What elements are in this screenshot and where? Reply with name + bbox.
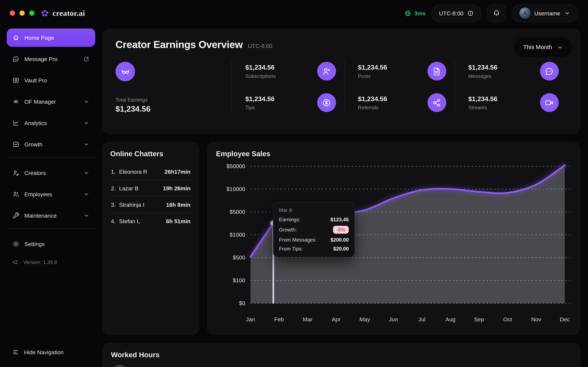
main-content: Creator Earnings Overview UTC-8:00 This … <box>102 26 588 367</box>
tooltip-row: From Messages:$200.00 <box>279 237 349 243</box>
sidebar-item-maintenance[interactable]: Maintenance <box>7 206 95 225</box>
collapse-icon <box>12 349 19 356</box>
latency-indicator: 3ms <box>404 9 425 17</box>
bell-icon <box>493 9 500 17</box>
tooltip-label: From Messages: <box>279 237 317 243</box>
employees-icon <box>12 191 19 198</box>
stat-subscriptions: $1,234.56Subscriptions <box>245 62 336 81</box>
home-icon <box>12 34 19 41</box>
sidebar-item-settings[interactable]: Settings <box>7 235 95 253</box>
maintenance-icon <box>12 212 19 219</box>
x-tick-label: Mar <box>303 316 312 323</box>
employee-sales-title: Employee Sales <box>216 150 571 158</box>
window-controls <box>10 10 35 16</box>
notifications-button[interactable] <box>487 4 506 23</box>
sidebar-item-growth[interactable]: Growth <box>7 135 95 154</box>
stat-text: $1,234.56Posts <box>358 64 387 79</box>
employee-sales-chart: $0$100$500$1000$5000$10000$50000JanFebMa… <box>216 160 571 325</box>
stat-value: $1,234.56 <box>245 64 276 71</box>
brand: creator.ai <box>41 8 85 18</box>
sidebar-item-label: Message Pro <box>24 56 57 62</box>
sidebar-item-message-pro[interactable]: Message Pro <box>7 50 95 68</box>
sidebar-item-label: Maintenance <box>24 212 57 219</box>
stat-value: $1,234.56 <box>468 64 497 71</box>
chat-bubble-icon <box>540 62 559 81</box>
stat-column: $1,234.56Posts$1,234.56Referrals <box>344 59 454 114</box>
sidebar-item-of-manager[interactable]: OF Manager <box>7 92 95 111</box>
close-button[interactable] <box>10 10 15 16</box>
money-glasses-icon <box>116 62 135 81</box>
timezone-value: UTC-8:00 <box>439 10 463 16</box>
tooltip-row: From Tips:$20.00 <box>279 246 349 252</box>
total-earnings-label: Total Earnings <box>116 97 223 103</box>
chevron-down-icon <box>564 10 571 16</box>
chevron-down-icon <box>83 120 90 126</box>
stat-value: $1,234.56 <box>245 95 275 103</box>
tooltip-date: Mar 8 <box>279 208 349 213</box>
chatter-name: 3.Strahinja I <box>111 201 144 208</box>
stat-label: Referrals <box>358 105 387 110</box>
sidebar-item-home-page[interactable]: Home Page <box>7 28 95 47</box>
stat-label: Streams <box>468 105 497 110</box>
stat-label: Posts <box>358 73 387 79</box>
chatter-row: 1.Eleonora R26h17min <box>110 164 191 180</box>
chatter-row: 4.Stefan L6h 51min <box>110 213 191 229</box>
hide-navigation-label: Hide Navigation <box>24 349 64 355</box>
stat-tips: $1,234.56Tips <box>245 93 336 112</box>
period-selector[interactable]: This Month <box>514 38 572 57</box>
topbar: creator.ai 3ms UTC-8:00 Username <box>0 0 588 26</box>
chevron-down-icon <box>83 141 90 148</box>
sidebar-item-vault-pro[interactable]: Vault Pro <box>7 71 95 89</box>
chatter-time: 6h 51min <box>166 218 190 224</box>
earnings-overview-card: Creator Earnings Overview UTC-8:00 This … <box>102 28 580 134</box>
stats-grid: Total Earnings$1,234.56$1,234.56Subscrip… <box>116 59 567 114</box>
stat-column: $1,234.56Subscriptions$1,234.56Tips <box>232 59 344 114</box>
flower-logo-icon <box>41 9 49 17</box>
dollar-circle-icon <box>317 93 336 112</box>
latency-value: 3ms <box>414 10 426 16</box>
worked-hours-title: Worked Hours <box>111 351 571 359</box>
chart-tooltip: Mar 8Earnings:$123,45Growth:-5%From Mess… <box>273 202 355 257</box>
stat-text: $1,234.56Subscriptions <box>245 64 276 79</box>
tooltip-row: Growth:-5% <box>279 226 349 234</box>
tooltip-value: $20.00 <box>333 246 349 252</box>
y-tick-label: $500 <box>233 254 245 261</box>
tooltip-value: $123,45 <box>330 217 349 222</box>
chatter-name: 1.Eleonora R <box>111 168 147 175</box>
tooltip-label: From Tips: <box>279 246 303 252</box>
stat-label: Tips <box>245 105 275 110</box>
stat-value: $1,234.56 <box>468 95 497 103</box>
sidebar-item-label: Creators <box>24 170 46 176</box>
stat-referrals: $1,234.56Referrals <box>358 93 446 112</box>
x-tick-label: May <box>359 316 370 323</box>
sidebar-item-label: Vault Pro <box>24 77 47 83</box>
zoom-button[interactable] <box>29 10 35 16</box>
avatar <box>519 8 531 19</box>
online-chatters-card: Online Chatters 1.Eleonora R26h17min2.La… <box>102 142 199 335</box>
chevron-down-icon <box>83 99 90 105</box>
y-tick-label: $100 <box>233 277 245 284</box>
sidebar-item-label: Analytics <box>24 120 47 126</box>
total-earnings-stat: Total Earnings$1,234.56 <box>116 59 232 114</box>
sidebar-item-employees[interactable]: Employees <box>7 185 95 203</box>
tooltip-label: Earnings: <box>279 217 300 222</box>
hide-navigation-button[interactable]: Hide Navigation <box>7 344 95 360</box>
chatter-name: 2.Lazar B <box>111 185 138 191</box>
x-tick-label: Jun <box>389 316 398 323</box>
period-value: This Month <box>523 44 552 50</box>
x-tick-label: Jan <box>246 316 255 323</box>
analytics-icon <box>12 119 19 126</box>
employee-avatar <box>111 365 128 367</box>
app-window: creator.ai 3ms UTC-8:00 Username Home Pa… <box>0 0 588 367</box>
middle-row: Online Chatters 1.Eleonora R26h17min2.La… <box>102 142 580 335</box>
chatter-time: 26h17min <box>164 168 190 175</box>
user-menu[interactable]: Username <box>511 4 578 22</box>
stat-label: Messages <box>468 73 497 79</box>
timezone-selector[interactable]: UTC-8:00 <box>431 4 481 22</box>
sidebar-item-creators[interactable]: Creators <box>7 164 95 182</box>
sidebar-divider <box>8 157 95 158</box>
total-earnings-value: $1,234.56 <box>116 105 223 114</box>
minimize-button[interactable] <box>19 10 25 16</box>
chevron-down-icon <box>557 44 563 50</box>
sidebar-item-analytics[interactable]: Analytics <box>7 114 95 132</box>
